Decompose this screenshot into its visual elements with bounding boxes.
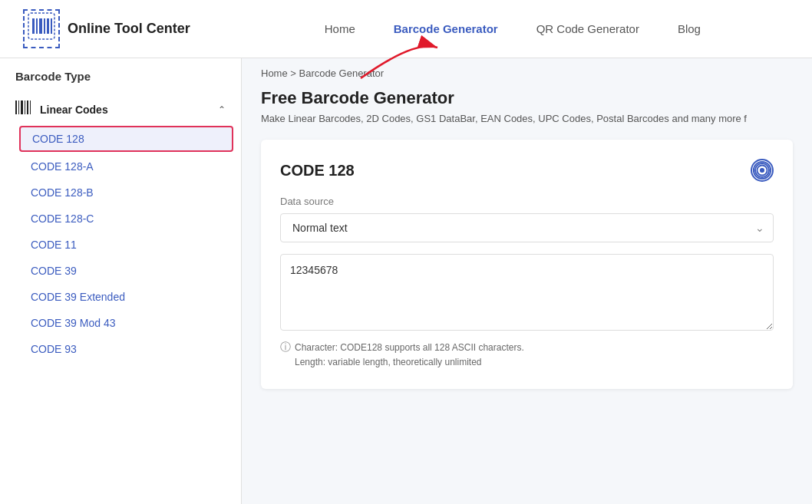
- breadcrumb-home[interactable]: Home: [261, 68, 288, 79]
- svg-rect-13: [30, 100, 31, 114]
- sidebar-item-code39-mod43[interactable]: CODE 39 Mod 43: [0, 310, 241, 336]
- breadcrumb: Home > Barcode Generator: [242, 58, 812, 88]
- svg-rect-12: [27, 100, 28, 114]
- info-icon: ⓘ: [280, 341, 291, 370]
- target-icon[interactable]: [751, 159, 774, 182]
- header: Online Tool Center Home Barcode Generato…: [0, 0, 812, 58]
- logo-icon: [23, 9, 60, 48]
- sidebar-item-code128c[interactable]: CODE 128-C: [0, 206, 241, 232]
- section-header-left: Linear Codes: [15, 100, 108, 118]
- svg-rect-1: [32, 18, 35, 34]
- page-title: Free Barcode Generator: [261, 88, 793, 108]
- logo-area: Online Tool Center: [23, 9, 190, 48]
- svg-point-15: [758, 166, 767, 176]
- sidebar-item-code39-extended[interactable]: CODE 39 Extended: [0, 284, 241, 310]
- main-layout: Barcode Type Linear Codes ⌃: [0, 58, 812, 504]
- barcode-icon: [15, 100, 32, 118]
- breadcrumb-current: Barcode Generator: [299, 68, 385, 79]
- sidebar-items-list: CODE 128 CODE 128-A CODE 128-B CODE 128-…: [0, 126, 241, 362]
- svg-rect-4: [44, 18, 45, 34]
- chevron-up-icon: ⌃: [218, 104, 226, 115]
- sidebar-item-code128[interactable]: CODE 128: [19, 126, 233, 152]
- generator-card: CODE 128 Data source Normal text CSV: [261, 140, 793, 389]
- content-area: Free Barcode Generator Make Linear Barco…: [242, 88, 812, 408]
- main-content: Home > Barcode Generator Free Barcode Ge…: [242, 58, 812, 504]
- hint-line2: Length: variable length, theoretically u…: [295, 357, 481, 367]
- generator-card-header: CODE 128: [280, 159, 774, 182]
- svg-rect-2: [36, 18, 38, 34]
- sidebar: Barcode Type Linear Codes ⌃: [0, 58, 242, 504]
- main-nav: Home Barcode Generator QR Code Generator…: [236, 22, 789, 35]
- page-subtitle: Make Linear Barcodes, 2D Codes, GS1 Data…: [261, 113, 793, 124]
- barcode-text-input[interactable]: 12345678: [280, 254, 774, 331]
- data-source-label: Data source: [280, 196, 774, 207]
- breadcrumb-separator: >: [290, 68, 296, 79]
- sidebar-item-code128b[interactable]: CODE 128-B: [0, 180, 241, 206]
- sidebar-item-code39[interactable]: CODE 39: [0, 258, 241, 284]
- svg-rect-11: [25, 100, 25, 114]
- linear-codes-label: Linear Codes: [40, 104, 108, 116]
- site-title: Online Tool Center: [68, 21, 190, 37]
- hint-lines: Character: CODE128 supports all 128 ASCI…: [295, 341, 524, 370]
- generator-title: CODE 128: [280, 162, 355, 180]
- nav-blog[interactable]: Blog: [678, 22, 701, 35]
- nav-home[interactable]: Home: [325, 22, 355, 35]
- svg-rect-5: [47, 18, 49, 34]
- select-wrapper: Normal text CSV Database ⌄: [280, 213, 774, 242]
- svg-rect-10: [21, 100, 23, 114]
- svg-rect-9: [18, 100, 19, 114]
- svg-point-16: [760, 168, 764, 173]
- svg-rect-3: [39, 18, 42, 34]
- hint-text: ⓘ Character: CODE128 supports all 128 AS…: [280, 341, 774, 370]
- linear-codes-section-header[interactable]: Linear Codes ⌃: [0, 94, 241, 124]
- nav-barcode-generator[interactable]: Barcode Generator: [394, 22, 498, 35]
- data-source-select[interactable]: Normal text CSV Database: [280, 213, 774, 242]
- sidebar-item-code128a[interactable]: CODE 128-A: [0, 153, 241, 180]
- svg-point-14: [754, 162, 771, 179]
- sidebar-item-code11[interactable]: CODE 11: [0, 232, 241, 258]
- sidebar-item-code93[interactable]: CODE 93: [0, 336, 241, 362]
- svg-rect-8: [15, 100, 17, 114]
- nav-qr-code-generator[interactable]: QR Code Generator: [536, 22, 639, 35]
- sidebar-title: Barcode Type: [0, 70, 241, 94]
- svg-rect-6: [51, 18, 52, 34]
- hint-line1: Character: CODE128 supports all 128 ASCI…: [295, 342, 524, 353]
